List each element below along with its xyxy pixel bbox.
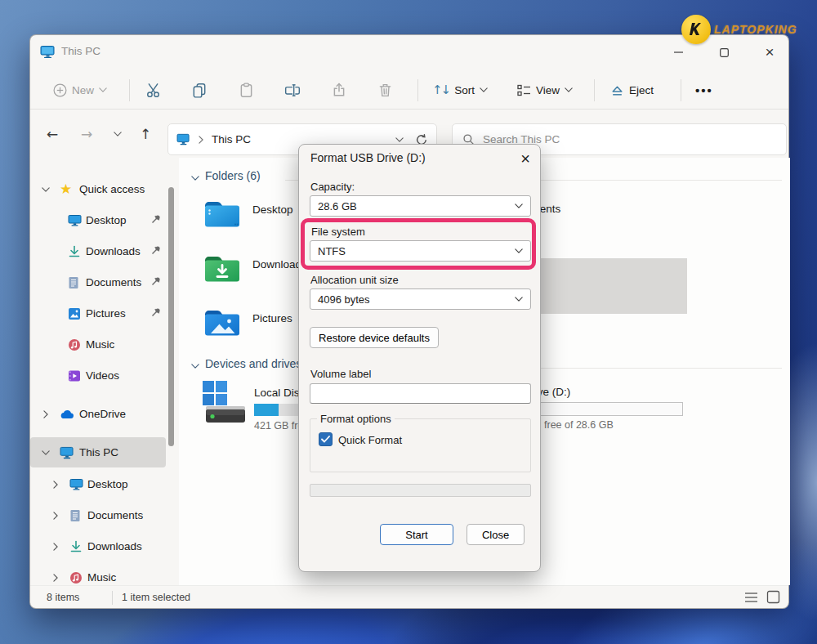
chevron-right-icon [43, 410, 48, 418]
sidebar-item-videos[interactable]: Videos [30, 360, 172, 391]
toolbar-divider [594, 79, 595, 101]
restore-defaults-button[interactable]: Restore device defaults [310, 327, 439, 348]
pin-icon [151, 214, 161, 226]
status-bar: 8 items 1 item selected [30, 585, 788, 609]
sidebar-item-music[interactable]: Music [30, 329, 172, 360]
more-options-button[interactable]: ••• [689, 74, 720, 105]
devices-section-header[interactable]: Devices and drives [205, 357, 301, 370]
copy-icon [192, 83, 207, 98]
sidebar-item-desktop[interactable]: Desktop [30, 205, 172, 235]
cut-button[interactable] [138, 75, 167, 105]
download-icon [68, 245, 81, 258]
title-bar: This PC × [30, 35, 788, 71]
volume-label: Volume label [310, 368, 371, 380]
start-button[interactable]: Start [380, 524, 453, 545]
check-icon [321, 436, 330, 443]
document-icon [68, 276, 79, 289]
file-system-select[interactable]: NTFS [310, 240, 531, 262]
star-icon: ★ [60, 182, 72, 196]
sidebar-item-onedrive[interactable]: OneDrive [30, 399, 172, 429]
chevron-down-icon [114, 132, 122, 136]
this-pc-icon [60, 446, 74, 459]
sidebar-item-label: Downloads [86, 245, 141, 257]
recent-locations-button[interactable] [105, 122, 130, 146]
sidebar-item-this-pc[interactable]: This PC [30, 437, 166, 467]
paste-button[interactable] [231, 75, 261, 105]
sidebar-item-label: Documents [87, 509, 143, 521]
chevron-down-icon [42, 187, 50, 192]
sidebar-item-label: Downloads [87, 540, 142, 552]
pictures-folder-icon[interactable] [202, 305, 243, 344]
format-dialog: Format USB Drive (D:) × Capacity: 28.6 G… [298, 144, 541, 572]
address-dropdown-icon[interactable] [395, 137, 404, 142]
music-icon [69, 571, 83, 584]
capacity-select[interactable]: 28.6 GB [310, 195, 531, 217]
sidebar-item-label: Music [87, 571, 116, 584]
chevron-down-icon [565, 87, 573, 92]
sidebar-item-label: Quick access [79, 183, 145, 195]
dialog-title: Format USB Drive (D:) [310, 151, 426, 164]
chevron-right-icon [53, 481, 58, 489]
chevron-down-icon [42, 450, 50, 455]
back-button[interactable]: ← [40, 122, 65, 146]
large-icons-view-icon[interactable] [766, 590, 780, 606]
share-button[interactable] [324, 75, 354, 105]
folder-label-pictures[interactable]: Pictures [252, 312, 292, 324]
sidebar-item-label: Videos [86, 369, 119, 382]
allocation-select[interactable]: 4096 bytes [310, 288, 531, 310]
eject-icon [610, 84, 624, 96]
quick-format-checkbox[interactable] [319, 432, 333, 446]
view-button-label: View [536, 84, 560, 96]
sidebar-scrollbar[interactable] [168, 187, 174, 446]
sidebar-item-documents[interactable]: Documents [30, 267, 172, 297]
new-button[interactable]: New [47, 74, 114, 105]
view-list-icon [517, 84, 531, 96]
delete-button[interactable] [370, 75, 400, 105]
breadcrumb-this-pc[interactable]: This PC [212, 133, 251, 145]
chevron-down-icon[interactable] [191, 364, 199, 369]
laptopking-logo-icon [681, 15, 711, 44]
desktop-folder-icon[interactable] [202, 196, 243, 235]
copy-button[interactable] [185, 75, 214, 105]
pin-icon [151, 276, 161, 288]
onedrive-cloud-icon [60, 409, 74, 419]
chevron-down-icon[interactable] [191, 176, 199, 181]
forward-button[interactable]: → [74, 122, 99, 146]
folder-label-desktop[interactable]: Desktop [252, 203, 293, 216]
eject-button[interactable]: Eject [604, 74, 660, 105]
downloads-folder-icon[interactable] [202, 251, 243, 290]
quick-format-label: Quick Format [338, 434, 402, 446]
folders-section-header[interactable]: Folders (6) [205, 169, 261, 182]
share-icon [332, 83, 346, 97]
sidebar-item-this-pc-desktop[interactable]: Desktop [30, 469, 172, 499]
up-button[interactable]: ↑ [133, 122, 158, 146]
toolbar-divider [129, 79, 130, 101]
chevron-right-icon [53, 512, 58, 520]
breadcrumb-separator-icon [199, 136, 203, 144]
allocation-label: Allocation unit size [310, 274, 399, 286]
allocation-value: 4096 bytes [318, 293, 370, 306]
sidebar-item-this-pc-documents[interactable]: Documents [30, 500, 172, 530]
sidebar-item-label: Pictures [86, 307, 126, 320]
local-disk-icon[interactable] [200, 380, 249, 429]
view-button[interactable]: View [511, 74, 579, 105]
desktop-icon [68, 214, 82, 227]
item-count: 8 items [47, 592, 79, 603]
chevron-right-icon [53, 574, 58, 582]
sort-button[interactable]: ↑↓ Sort [426, 74, 494, 105]
local-disk-capacity-fill [254, 404, 279, 416]
close-dialog-button[interactable]: Close [467, 524, 525, 545]
sidebar-item-quick-access[interactable]: ★ Quick access [30, 174, 172, 204]
desktop-wallpaper: This PC × New [0, 0, 817, 644]
sidebar-item-downloads[interactable]: Downloads [30, 236, 172, 266]
sidebar-item-label: OneDrive [79, 408, 126, 420]
dialog-close-icon[interactable]: × [513, 146, 538, 171]
chevron-down-icon [515, 248, 523, 253]
sidebar-item-this-pc-downloads[interactable]: Downloads [30, 531, 172, 561]
rename-button[interactable] [278, 75, 307, 105]
trash-icon [378, 83, 392, 97]
format-options-label: Format options [317, 413, 395, 425]
volume-label-input[interactable] [310, 383, 531, 404]
sidebar-item-pictures[interactable]: Pictures [30, 298, 172, 329]
details-view-icon[interactable] [744, 592, 758, 606]
